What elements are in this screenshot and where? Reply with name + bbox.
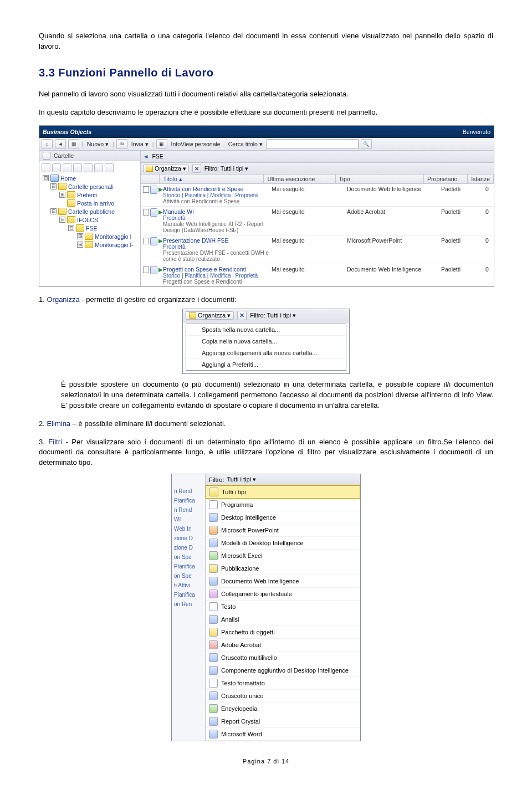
tree-tool-icon[interactable] [42, 163, 50, 172]
menu-item[interactable]: Aggiungi collegamenti alla nuova cartell… [186, 347, 346, 359]
toolbar-sep: | [81, 141, 83, 147]
expand-icon[interactable]: ⊞ [77, 233, 83, 239]
menu-item[interactable]: Sposta nella nuova cartella... [186, 324, 346, 336]
expand-icon[interactable]: ⊞ [59, 192, 65, 198]
tree-header: Cartelle [39, 151, 140, 161]
filter-option[interactable]: Collegamento ipertestuale [206, 588, 360, 601]
tree-tab-icon[interactable] [43, 152, 50, 160]
menu-item[interactable]: Copia nella nuova cartella... [186, 336, 346, 347]
delete-icon[interactable]: ✕ [237, 311, 247, 320]
filter-option[interactable]: Desktop Intelligence [206, 511, 360, 524]
filter-option[interactable]: Tutti i tipi [206, 485, 360, 499]
expand-icon[interactable]: ⊟ [50, 208, 57, 214]
doc-links[interactable]: Proprietà [163, 215, 272, 221]
tree-tool-icon[interactable] [84, 163, 93, 172]
home-icon[interactable]: ⌂ [42, 139, 53, 149]
col-instances[interactable]: Istanze [468, 175, 494, 183]
row-checkbox[interactable] [143, 209, 149, 216]
expand-icon[interactable]: ⊟ [43, 175, 49, 181]
doc-title[interactable]: Progetti con Spese e Rendiconti [163, 266, 272, 273]
list-toolbar: Organizza ▾ ✕ Filtro: Tutti i tipi ▾ [141, 162, 494, 175]
menu-item[interactable]: Aggiungi a Preferiti... [186, 359, 346, 370]
new-button[interactable]: Nuovo ▾ [85, 141, 110, 147]
col-lastrun[interactable]: Ultima esecuzione [264, 175, 335, 183]
table-row[interactable]: ▶Manuale WIProprietàManuale Web Intellig… [141, 207, 494, 235]
filter-option[interactable]: Documento Web Intelligence [206, 575, 360, 588]
tree-title: Cartelle [54, 152, 74, 159]
col-check[interactable] [141, 175, 160, 183]
filter-option[interactable]: Cruscotto unico [206, 690, 360, 703]
expand-icon[interactable]: ⊟ [59, 217, 65, 223]
expand-icon[interactable]: ⊞ [77, 242, 83, 248]
row-checkbox[interactable] [143, 266, 149, 273]
run-icon[interactable]: ▶ [158, 209, 163, 215]
filter-option[interactable]: Componente aggiuntivo di Desktop Intelli… [206, 664, 360, 677]
filter-value[interactable]: Tutti i tipi ▾ [227, 476, 257, 483]
filter-option[interactable]: Modelli di Desktop Intelligence [206, 537, 360, 550]
tree-tool-icon[interactable] [63, 163, 71, 172]
send-icon[interactable]: ✉ [116, 139, 127, 149]
doc-title[interactable]: Presentazione DWH FSE [163, 237, 272, 244]
tree-node[interactable]: ⊟Home [40, 174, 139, 182]
filter-option[interactable]: Report Crystal [206, 715, 360, 728]
expand-icon[interactable]: ⊟ [50, 183, 57, 189]
filter-option[interactable]: Microsoft PowerPoint [206, 524, 360, 537]
organize-button[interactable]: Organizza ▾ [186, 311, 234, 320]
table-row[interactable]: ▶Attività con Rendiconti e SpeseStorico … [141, 184, 494, 207]
tree-tool-icon[interactable] [105, 163, 114, 172]
dash-icon[interactable]: ▣ [156, 139, 167, 149]
row-checkbox[interactable] [143, 186, 149, 193]
filter-option[interactable]: Microsoft Word [206, 728, 360, 741]
tree-tool-icon[interactable] [94, 163, 103, 172]
tree-tool-icon[interactable] [52, 163, 61, 172]
filter-option[interactable]: Testo [206, 601, 360, 613]
filter-label[interactable]: Filtro: Tutti i tipi ▾ [250, 312, 296, 319]
filter-option[interactable]: Analisi [206, 613, 360, 626]
filter-option[interactable]: Programma [206, 499, 360, 511]
cell-instances: 0 [485, 208, 494, 233]
doc-links[interactable]: Proprietà [163, 244, 272, 250]
col-owner[interactable]: Proprietario [424, 175, 468, 183]
filter-option[interactable]: Encyclopedia [206, 703, 360, 715]
doc-title[interactable]: Attività con Rendiconti e Spese [163, 186, 272, 192]
infoview-button[interactable]: InfoView personale [170, 141, 222, 147]
filter-label[interactable]: Filtro: Tutti i tipi ▾ [204, 165, 249, 172]
infoview-screenshot: Business Objects Benvenuto ⌂ ◄ ▦ | Nuovo… [39, 125, 494, 287]
filter-option[interactable]: Pacchetto di oggetti [206, 626, 360, 639]
back-icon[interactable]: ◄ [55, 139, 66, 149]
tree-node[interactable]: ⊟IFOLCS [40, 216, 139, 224]
run-icon[interactable]: ▶ [158, 186, 163, 192]
search-icon[interactable]: 🔍 [361, 139, 372, 149]
organize-button[interactable]: Organizza ▾ [143, 165, 189, 172]
tree-tool-icon[interactable] [73, 163, 82, 172]
grid-icon[interactable]: ▦ [68, 139, 79, 149]
col-title[interactable]: Titolo ▴ [160, 175, 264, 183]
table-row[interactable]: ▶Progetti con Spese e RendicontiStorico … [141, 264, 494, 286]
doc-links[interactable]: Storico | Pianifica | Modifica | Proprie… [163, 192, 272, 198]
tree-node[interactable]: ⊞Monitoraggio F [40, 240, 139, 249]
col-type[interactable]: Tipo [336, 175, 424, 183]
doc-links[interactable]: Storico | Pianifica | Modifica | Proprie… [163, 273, 272, 279]
table-row[interactable]: ▶Presentazione DWH FSEProprietàPresentaz… [141, 235, 494, 264]
filter-option[interactable]: Cruscotto multilivello [206, 652, 360, 664]
row-checkbox[interactable] [143, 238, 149, 244]
tree-node[interactable]: ⊟FSE [40, 224, 139, 232]
doc-title[interactable]: Manuale WI [163, 208, 272, 215]
expand-icon[interactable]: ⊟ [68, 225, 74, 231]
filter-option[interactable]: Testo formattato [206, 677, 360, 690]
run-icon[interactable]: ▶ [158, 266, 163, 273]
filter-option[interactable]: Adobe Acrobat [206, 639, 360, 652]
send-button[interactable]: Invia ▾ [130, 141, 150, 147]
delete-icon[interactable]: ✕ [192, 164, 201, 173]
tree-node[interactable]: Posta in arrivo [40, 199, 139, 207]
filter-option[interactable]: Microsoft Excel [206, 550, 360, 562]
tree-node[interactable]: ⊞Preferiti [40, 191, 139, 199]
nav-back-icon[interactable]: ◄ [143, 153, 149, 160]
tree-node[interactable]: ⊟Cartelle pubbliche [40, 207, 139, 216]
folder-icon [50, 175, 59, 182]
filter-option[interactable]: Pubblicazione [206, 562, 360, 575]
tree-node[interactable]: ⊟Cartelle personali [40, 182, 139, 191]
search-input[interactable] [267, 139, 359, 149]
run-icon[interactable]: ▶ [158, 238, 163, 244]
tree-node[interactable]: ⊞Monitoraggio I [40, 232, 139, 240]
